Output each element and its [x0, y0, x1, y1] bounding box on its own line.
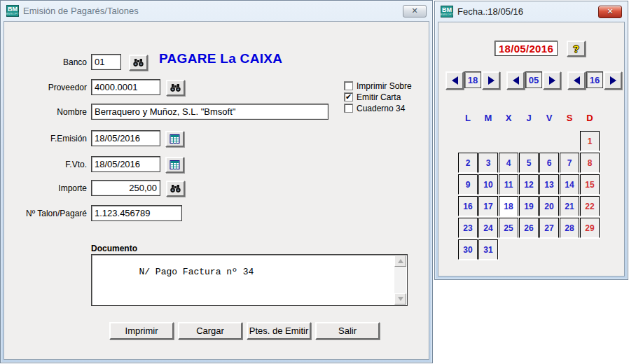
year-decrement-button[interactable] [567, 71, 586, 90]
scroll-up-button[interactable] [394, 255, 406, 267]
day-cell-20[interactable]: 20 [539, 196, 559, 216]
day-cell-25[interactable]: 25 [499, 218, 518, 238]
checkbox-cuaderno-34[interactable]: Cuaderno 34 [344, 104, 412, 113]
day-cell-16[interactable]: 16 [458, 196, 478, 216]
importe-input[interactable] [91, 180, 160, 196]
day-cell-17[interactable]: 17 [478, 196, 498, 216]
arrow-up-icon [398, 259, 403, 263]
day-cell-6[interactable]: 6 [539, 153, 559, 173]
checkbox-box[interactable] [344, 104, 353, 113]
year-increment-button[interactable] [604, 71, 622, 90]
checkbox-box[interactable]: ✔ [344, 92, 353, 102]
day-cell-15[interactable]: 15 [580, 174, 600, 195]
month-value[interactable]: 05 [525, 71, 542, 88]
documento-scrollbar[interactable] [394, 255, 406, 304]
day-cell-24[interactable]: 24 [478, 218, 498, 238]
checkbox-imprimir-sobre[interactable]: Imprimir Sobre [344, 81, 412, 90]
documento-textarea[interactable]: N/ Pago Factura nº 34 [91, 254, 408, 306]
bmsoft-logo-icon: BM BMSOFT [441, 6, 453, 18]
proveedor-input[interactable] [91, 79, 160, 95]
day-cell-12[interactable]: 12 [519, 174, 539, 195]
binoculars-icon [170, 184, 181, 193]
weekday-s: S [560, 113, 579, 123]
fecha-close-button[interactable]: ✕ [598, 6, 622, 18]
ptes-de-emitir-button[interactable]: Ptes. de Emitir [247, 322, 311, 340]
day-cell-10[interactable]: 10 [478, 174, 498, 195]
month-increment-button[interactable] [543, 71, 561, 90]
checkbox-emitir-carta[interactable]: ✔Emitir Carta [344, 92, 412, 102]
day-cell-21[interactable]: 21 [560, 196, 579, 216]
calendar-icon [170, 160, 180, 169]
day-cell-3[interactable]: 3 [478, 153, 498, 173]
day-cell-11[interactable]: 11 [499, 174, 518, 195]
weekday-m: M [478, 113, 498, 123]
day-cell-28[interactable]: 28 [560, 218, 579, 238]
fecha-window-title: Fecha.:18/05/16 [457, 6, 598, 17]
day-cell-7[interactable]: 7 [560, 153, 579, 173]
day-cell-29[interactable]: 29 [580, 218, 600, 238]
day-cell-9[interactable]: 9 [458, 174, 478, 195]
talon-input[interactable] [91, 205, 182, 221]
day-cell-2[interactable]: 2 [458, 153, 478, 173]
f-emision-calendar-button[interactable] [165, 131, 184, 147]
arrow-left-icon [574, 76, 580, 85]
day-cell-31[interactable]: 31 [478, 239, 498, 260]
spinner-day: 18 [445, 71, 500, 90]
day-cell-30[interactable]: 30 [458, 239, 478, 260]
banco-input[interactable] [91, 54, 121, 70]
f-emision-label: F.Emisión [4, 134, 87, 144]
f-vto-input[interactable] [91, 156, 160, 172]
f-vto-label: F.Vto. [4, 160, 87, 169]
documento-text: N/ Pago Factura nº 34 [139, 267, 254, 277]
day-cell-22[interactable]: 22 [580, 196, 600, 216]
day-cell-23[interactable]: 23 [458, 218, 478, 238]
weekday-v: V [539, 113, 559, 123]
imprimir-button[interactable]: Imprimir [109, 322, 174, 340]
proveedor-search-button[interactable] [166, 80, 185, 96]
f-emision-input[interactable] [91, 130, 160, 146]
year-value[interactable]: 16 [586, 71, 603, 88]
day-cell-13[interactable]: 13 [539, 174, 559, 195]
spinner-year: 16 [567, 71, 622, 90]
cargar-button[interactable]: Cargar [178, 322, 242, 340]
day-value[interactable]: 18 [464, 71, 481, 88]
arrow-right-icon [488, 76, 495, 85]
selected-date-display: 18/05/2016 [495, 41, 558, 56]
close-icon: ✕ [411, 7, 417, 15]
day-cell-19[interactable]: 19 [519, 196, 539, 216]
arrow-right-icon [549, 76, 555, 85]
f-vto-calendar-button[interactable] [165, 157, 184, 173]
day-increment-button[interactable] [482, 71, 500, 90]
day-cell-5[interactable]: 5 [519, 153, 539, 173]
day-cell-1[interactable]: 1 [580, 131, 600, 151]
day-cell-26[interactable]: 26 [519, 218, 539, 238]
scroll-down-button[interactable] [394, 293, 406, 304]
help-button[interactable]: ? [567, 41, 586, 57]
binoculars-icon [170, 83, 181, 92]
weekday-x: X [499, 113, 518, 123]
calendar-grid: 1234567891011121314151617181920212223242… [458, 131, 600, 260]
month-decrement-button[interactable] [506, 71, 525, 90]
checkbox-box[interactable] [344, 81, 353, 90]
weekday-j: J [519, 113, 539, 123]
emision-titlebar[interactable]: BM BMSOFT Emisión de Pagarés/Talones ✕ [4, 1, 429, 21]
day-decrement-button[interactable] [445, 71, 464, 90]
salir-button[interactable]: Salir [315, 322, 380, 340]
importe-search-button[interactable] [166, 181, 185, 197]
day-cell-14[interactable]: 14 [560, 174, 579, 195]
day-cell-18[interactable]: 18 [499, 196, 518, 216]
checkbox-label: Imprimir Sobre [357, 81, 412, 91]
fecha-client-area: 18/05/2016 ? 180516 LMXJVSD 123456789101… [438, 22, 625, 276]
proveedor-label: Proveedor [4, 83, 87, 92]
fecha-titlebar[interactable]: BM BMSOFT Fecha.:18/05/16 ✕ [438, 1, 625, 22]
question-mark-icon: ? [573, 44, 579, 54]
banco-search-button[interactable] [129, 55, 148, 71]
day-cell-4[interactable]: 4 [499, 153, 518, 173]
logo-subtext: BMSOFT [441, 13, 453, 16]
day-cell-27[interactable]: 27 [539, 218, 559, 238]
checkbox-label: Cuaderno 34 [357, 104, 405, 113]
emision-close-button[interactable]: ✕ [403, 5, 427, 18]
day-cell-8[interactable]: 8 [580, 153, 600, 173]
nombre-input[interactable] [91, 104, 329, 120]
arrow-right-icon [610, 76, 616, 85]
